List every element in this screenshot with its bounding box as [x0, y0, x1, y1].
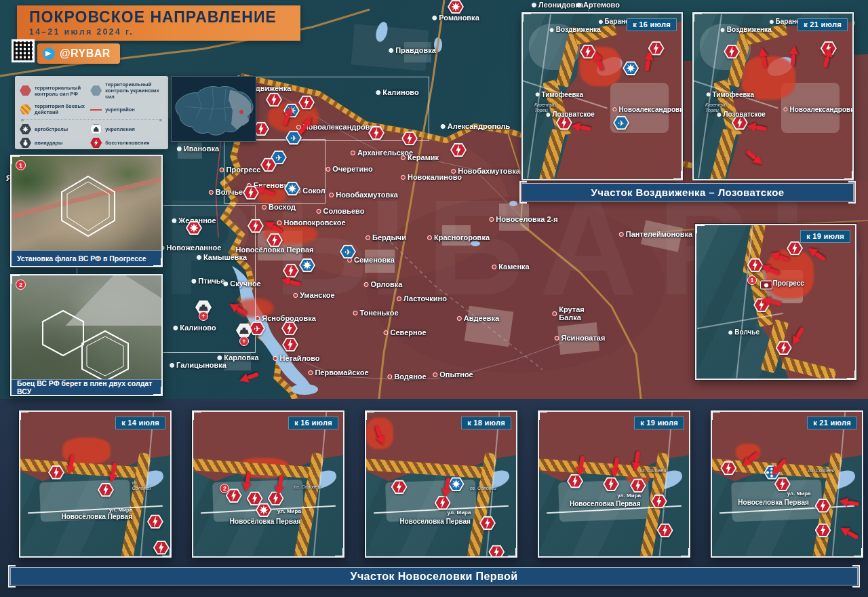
highlight-hexagons-icon — [37, 303, 139, 384]
inset-map-progress: ПрогрессВолчье1к 19 июля — [695, 224, 856, 380]
legend-dark-icon — [20, 124, 31, 134]
map-label-text: Тимофеевка — [712, 91, 754, 99]
legend-item: территория боевых действий — [20, 103, 85, 115]
map-label: Новоселовка Первая — [738, 499, 809, 507]
settlement-dot-icon — [547, 113, 551, 117]
title-banner: ПОКРОВСКОЕ НАПРАВЛЕНИЕ 14–21 июля 2024 г… — [17, 5, 300, 41]
clash-icon — [603, 477, 619, 491]
date-range: 14–21 июля 2024 г. — [29, 27, 300, 37]
attack-arrow-icon — [787, 45, 800, 68]
legend-glyph — [22, 140, 29, 146]
map-label: Воздвиженка — [721, 26, 772, 35]
plane-icon: ✈ — [340, 245, 356, 259]
clash-icon — [657, 523, 673, 537]
settlement-dot-icon — [721, 28, 725, 32]
legend-white-icon — [90, 124, 102, 134]
inset-map-novoselovka-5: Новоселовка Перваяул. Мираоз. Соловейк 2… — [711, 410, 863, 558]
map-label-text: Лозоватское — [553, 111, 595, 119]
photo-caption: Установка флага ВС РФ в Прогрессе — [12, 250, 161, 266]
map-label: ул. Мира — [109, 507, 133, 513]
map-label: Новосёловка Первая — [61, 514, 132, 522]
qr-code — [12, 39, 35, 62]
legend-item: артобстрелы — [20, 124, 85, 134]
legend-hexblue-icon — [90, 85, 102, 96]
clash-icon — [774, 477, 791, 491]
fort-icon — [236, 324, 252, 338]
clash-icon — [815, 523, 831, 537]
legend-label: территориальный контроль украинских сил — [105, 81, 163, 100]
photo-number-badge: 2 — [16, 280, 26, 290]
legend-label: территориальный контроль сил РФ — [35, 85, 85, 97]
map-label-text: оз. Соловей — [808, 468, 835, 474]
bottom-caption: Участок Новоселовки Первой — [10, 567, 858, 585]
attack-arrow-icon — [237, 368, 262, 386]
clash-icon — [147, 514, 163, 528]
date-badge: к 21 июля — [807, 417, 857, 429]
map-label-text: Новосёловка Первая — [61, 514, 132, 522]
legend-label: артобстрелы — [35, 126, 68, 132]
settlement-dot-icon — [535, 93, 539, 97]
map-label: Прогресс — [773, 280, 804, 288]
clash-icon — [787, 241, 803, 255]
map-label: Новосёловка Первая — [230, 518, 301, 526]
map-label-text: оз. Соловей — [294, 484, 321, 490]
clash-icon — [651, 495, 667, 509]
legend-line-icon — [90, 104, 102, 115]
legend-glyph — [93, 140, 100, 146]
legend-label: укрепрайон — [105, 107, 135, 113]
map-label-text: оз. Соловей — [132, 480, 158, 491]
settlement-dot-icon — [599, 20, 603, 24]
photo-1-image — [12, 156, 161, 266]
map-label: оз. Соловей — [808, 468, 835, 474]
attack-arrow-icon — [226, 299, 251, 320]
map-label: Тимофеевка — [535, 91, 583, 99]
cross-icon: + — [199, 311, 208, 321]
map-label: оз. Соловей — [132, 480, 158, 491]
channel-handle: @RYBAR — [60, 47, 111, 60]
map-label-text: Новосёловка Первая — [230, 518, 301, 526]
telegram-icon — [43, 47, 55, 60]
burst-icon — [299, 258, 315, 273]
num-icon: 2 — [220, 484, 229, 493]
map-label-text: оз. Соловей — [640, 468, 667, 474]
legend-item: боестолкновения — [90, 138, 163, 148]
date-badge: к 19 июля — [634, 417, 684, 429]
date-badge: к 14 июля — [115, 417, 165, 429]
date-badge: к 21 июля — [797, 18, 848, 31]
clash-icon — [479, 516, 496, 531]
brand-strip: @RYBAR — [12, 39, 120, 64]
map-canvas: РЫБАРЬ РомановкаПравдовкаКалиновоЛеонидо… — [0, 0, 868, 597]
photo-inset-1: 1 Установка флага ВС РФ в Прогрессе — [10, 155, 163, 267]
legend-item: укрепрайон — [90, 103, 163, 115]
date-badge: к 19 июля — [800, 230, 850, 243]
page-title: ПОКРОВСКОЕ НАПРАВЛЕНИЕ — [29, 8, 300, 26]
attack-arrow-icon — [294, 114, 315, 138]
burst-icon — [186, 221, 202, 235]
map-label-text: Новоалександровка — [790, 106, 854, 114]
legend-label: авиаудары — [35, 140, 62, 146]
legend-label: укрепления — [105, 126, 135, 132]
camera-icon — [760, 281, 772, 290]
inset-group-caption: Участок Воздвиженка – Лозоватское — [521, 183, 854, 201]
clash-icon — [724, 45, 740, 59]
clash-icon — [815, 499, 831, 513]
inset-map-novoselovka-3: Новоселовка Перваяул. Мираоз. Соловейк 1… — [365, 410, 517, 558]
clash-icon — [391, 480, 408, 494]
clash-icon — [298, 96, 315, 110]
legend-divider — [22, 119, 161, 120]
clash-icon — [630, 478, 646, 493]
clash-icon — [98, 483, 114, 497]
settlement-dot-icon — [613, 108, 617, 112]
clash-icon — [450, 143, 467, 157]
map-label: ул. Мира — [277, 508, 301, 514]
legend-hexstripe-icon — [20, 104, 31, 115]
clash-icon — [368, 126, 384, 140]
legend-item: территориальный контроль сил РФ — [20, 81, 85, 100]
clash-icon — [281, 322, 298, 336]
map-label: оз. Соловей — [640, 468, 667, 474]
legend-item: авиаудары — [20, 138, 85, 148]
date-badge: к 16 июля — [288, 417, 338, 429]
map-label-text: ул. Мира — [109, 507, 133, 513]
photo-number-badge: 1 — [16, 160, 26, 170]
legend-item: территориальный контроль украинских сил — [90, 81, 163, 100]
